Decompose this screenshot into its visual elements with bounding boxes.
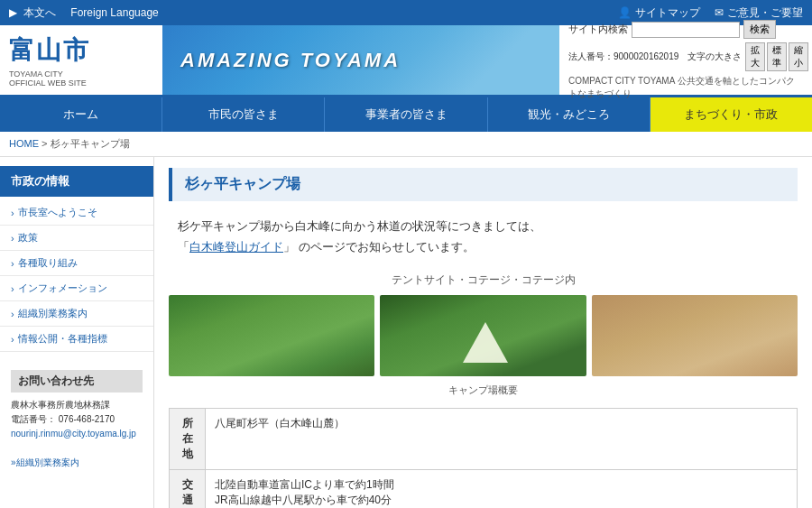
sitemap-link[interactable]: 👤 サイトマップ (618, 5, 700, 21)
nav-business[interactable]: 事業者の皆さま (325, 97, 487, 132)
table-row-location: 所 在 地 八尾町杉平（白木峰山麓） (170, 408, 798, 469)
sidebar-item-disclosure[interactable]: 情報公開・各種指標 (0, 327, 153, 352)
page-title: 杉ヶ平キャンプ場 (169, 168, 798, 201)
size-small-button[interactable]: 縮小 (789, 42, 808, 71)
photo-tents-1 (169, 295, 374, 376)
table-row-access: 交 通 北陸自動車道富山ICより車で約1時間 JR高山線越中八尾駅から車で約40… (170, 469, 798, 508)
nav-citizens[interactable]: 市民の皆さま (162, 97, 325, 132)
body-text-2: のページでお知らせしています。 (299, 240, 475, 254)
corp-row: 法人番号：9000020162019 文字の大きさ 拡大 標準 縮小 (568, 42, 803, 71)
header-right: サイト内検索 検索 法人番号：9000020162019 文字の大きさ 拡大 標… (559, 25, 812, 95)
logo-sub: TOYAMA CITY OFFICIAL WEB SITE (9, 69, 153, 88)
logo-city: 富山市 (9, 33, 153, 68)
body-text-1: 杉ケ平キャンプ場から白木峰に向かう林道の状況等につきましては、 (178, 219, 541, 233)
contact-link[interactable]: ✉ ご意見・ご要望 (715, 5, 803, 21)
banner-text: AMAZING TOYAMA (162, 49, 419, 72)
info-table: 所 在 地 八尾町杉平（白木峰山麓） 交 通 北陸自動車道富山ICより車で約1時… (169, 408, 798, 508)
arrow-icon: ▶ (9, 6, 17, 19)
hiking-guide-link[interactable]: 白木峰登山ガイド (189, 240, 283, 254)
nav-city-admin[interactable]: まちづくり・市政 (651, 97, 812, 132)
sidebar-contact-body: 農林水事務所農地林務課 電話番号： 076-468-2170 nourinj.r… (11, 398, 143, 470)
search-row: サイト内検索 検索 (568, 20, 803, 39)
table-header-access: 交 通 (170, 469, 206, 508)
sidebar-item-mayor[interactable]: 市長室へようこそ (0, 200, 153, 226)
compact-text: COMPACT CITY TOYAMA 公共交通を軸としたコンパクトなまちづくり (568, 75, 803, 100)
sidebar-item-org-guide[interactable]: 組織別業務案内 (0, 301, 153, 327)
sidebar-contact: お問い合わせ先 農林水事務所農地林務課 電話番号： 076-468-2170 n… (0, 363, 153, 477)
sidebar: 市政の情報 市長室へようこそ 政策 各種取り組み インフォメーション 組織別業務… (0, 157, 153, 508)
search-label: サイト内検索 (568, 23, 628, 36)
header-banner: AMAZING TOYAMA (162, 25, 559, 95)
table-header-location: 所 在 地 (170, 408, 206, 469)
search-button[interactable]: 検索 (743, 20, 776, 39)
sidebar-item-initiatives[interactable]: 各種取り組み (0, 251, 153, 276)
table-cell-access: 北陸自動車道富山ICより車で約1時間 JR高山線越中八尾駅から車で約40分 (206, 469, 798, 508)
breadcrumb-separator: > (42, 138, 50, 149)
size-large-button[interactable]: 拡大 (745, 42, 765, 71)
sidebar-item-policy[interactable]: 政策 (0, 226, 153, 251)
size-normal-button[interactable]: 標準 (767, 42, 787, 71)
content-wrap: 市政の情報 市長室へようこそ 政策 各種取り組み インフォメーション 組織別業務… (0, 157, 812, 508)
main-body-text: 杉ケ平キャンプ場から白木峰に向かう林道の状況等につきましては、 「白木峰登山ガイ… (169, 216, 798, 258)
photo-tents-2 (380, 295, 586, 376)
table-cell-location: 八尾町杉平（白木峰山麓） (206, 408, 798, 469)
contact-tel-label: 電話番号： (11, 414, 56, 424)
mail-icon: ✉ (715, 6, 724, 19)
main-nav: ホーム 市民の皆さま 事業者の皆さま 観光・みどころ まちづくり・市政 (0, 97, 812, 132)
contact-dept: 農林水事務所農地林務課 (11, 400, 110, 410)
breadcrumb: HOME > 杉ヶ平キャンプ場 (0, 132, 812, 157)
main-content: 杉ヶ平キャンプ場 杉ケ平キャンプ場から白木峰に向かう林道の状況等につきましては、… (153, 157, 812, 508)
nav-home[interactable]: ホーム (0, 97, 162, 132)
camp-caption: キャンプ場概要 (169, 383, 798, 397)
contact-tel: 076-468-2170 (59, 414, 115, 424)
breadcrumb-current: 杉ヶ平キャンプ場 (51, 138, 130, 149)
breadcrumb-home[interactable]: HOME (9, 138, 39, 149)
contact-email-link[interactable]: nourinj.rinmu@city.toyama.lg.jp (11, 429, 136, 439)
sitemap-icon: 👤 (618, 6, 632, 19)
sidebar-contact-title: お問い合わせ先 (11, 370, 143, 393)
search-input[interactable] (632, 22, 740, 38)
header: 富山市 TOYAMA CITY OFFICIAL WEB SITE AMAZIN… (0, 25, 812, 97)
foreign-language-link[interactable]: Foreign Language (70, 6, 158, 19)
sidebar-item-information[interactable]: インフォメーション (0, 276, 153, 301)
sidebar-section-title: 市政の情報 (0, 166, 153, 197)
top-bar-left: ▶ 本文へ Foreign Language (9, 5, 159, 21)
size-buttons: 拡大 標準 縮小 (745, 42, 808, 71)
photo-interior (592, 295, 798, 376)
photo-section-title: テントサイト・コテージ・コテージ内 (169, 272, 798, 288)
contact-org-link[interactable]: »組織別業務案内 (11, 457, 79, 467)
photo-gallery (169, 295, 798, 376)
corp-label: 法人番号：9000020162019 文字の大きさ (568, 51, 742, 63)
main-text-link[interactable]: ▶ 本文へ (9, 5, 56, 21)
top-bar-right: 👤 サイトマップ ✉ ご意見・ご要望 (618, 5, 803, 21)
nav-tourism[interactable]: 観光・みどころ (488, 97, 651, 132)
logo-area: 富山市 TOYAMA CITY OFFICIAL WEB SITE (0, 25, 162, 95)
